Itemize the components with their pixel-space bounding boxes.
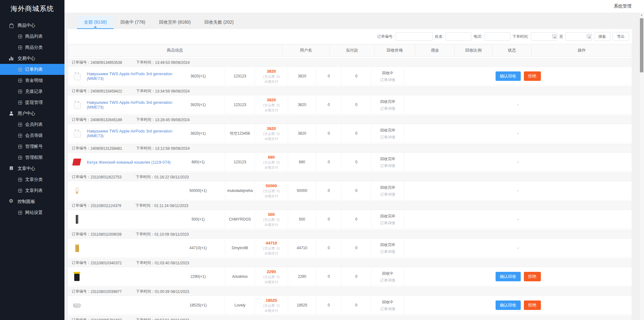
order-no-value: 231108005701687 [91, 318, 122, 320]
reject-button[interactable]: 拒绝 [524, 300, 541, 310]
order-time-prefix: 下单时间： [136, 232, 154, 237]
status-cell: 回收中 订单详情 [371, 296, 404, 315]
product-link[interactable]: Навушники TWS Apple AirPods 3rd generati… [87, 129, 175, 138]
commission-cell: 0 [316, 95, 341, 114]
paid-amount: 680 [268, 154, 275, 160]
sidebar-item-管理帐号[interactable]: 管理帐号 [0, 141, 64, 152]
sidebar-item-文章分类[interactable]: 文章分类 [0, 174, 64, 185]
scrollbar-up-icon[interactable]: ▲ [639, 13, 644, 18]
paid-cell: 50000 (含运费: 0) 余额支付 [255, 181, 288, 200]
order-no-label: 订单编号: [377, 34, 393, 39]
order-detail-link[interactable]: 订单详情 [380, 106, 395, 111]
order-detail-link[interactable]: 订单详情 [380, 164, 395, 168]
order-detail-link[interactable]: 订单详情 [380, 135, 395, 139]
tab-回收完毕 (8160)[interactable]: 回收完毕 (8160) [152, 16, 197, 29]
sidebar-section-控制面板[interactable]: 控制面板 [0, 196, 64, 207]
table-header-cell: 状态 [492, 44, 532, 56]
order-strip: 订单编号：240809131258481 下单时间：13:12:58 09/08… [68, 144, 632, 153]
sidebar-item-资金明细[interactable]: 资金明细 [0, 75, 64, 86]
order-detail-link[interactable]: 订单详情 [380, 307, 395, 311]
sidebar-section-label: 文章中心 [18, 166, 35, 171]
sidebar-menu: 商品中心 商品列表 商品分类 交易中心 订单列表 资金明细 充值记录 提现管理 … [0, 14, 64, 218]
action-cell: - [404, 153, 632, 171]
order-detail-link[interactable]: 订单详情 [380, 278, 395, 283]
order-detail-link[interactable]: 订单详情 [380, 78, 395, 82]
sidebar-item-label: 商品分类 [25, 45, 43, 50]
order-block: 订单编号：240809132845189 下单时间：13:28:45 09/08… [68, 115, 632, 143]
product-link[interactable]: Навушники TWS Apple AirPods 3rd generati… [87, 71, 175, 81]
order-time-value: 01:00:39 08/11/2023 [155, 289, 189, 294]
table-header-cell: 实付款 [330, 44, 375, 56]
grid-icon [18, 145, 22, 149]
sidebar-item-提现管理[interactable]: 提现管理 [0, 97, 64, 108]
no-action-dash: - [518, 188, 519, 193]
order-row: 50000(×1) mukoladejneha 50000 (含运费: 0) 余… [68, 181, 632, 200]
topbar: 系统管理 [64, 0, 644, 13]
sidebar-item-商品列表[interactable]: 商品列表 [0, 31, 64, 42]
product-link[interactable]: Навушники TWS Apple AirPods 3rd generati… [87, 100, 175, 109]
order-detail-link[interactable]: 订单详情 [380, 250, 395, 254]
action-cell: 确认回收拒绝 [404, 267, 632, 286]
order-detail-link[interactable]: 订单详情 [380, 221, 395, 225]
order-row: 2290(×1) Artuikhov 2290 (含运费: 0) 余额支付 22… [68, 267, 632, 286]
sidebar-section-用户中心[interactable]: 用户中心 [0, 108, 64, 119]
product-image [72, 128, 82, 139]
scrollbar-thumb[interactable] [640, 18, 643, 72]
sidebar-section-label: 用户中心 [18, 111, 35, 116]
sidebar-item-会员等级[interactable]: 会员等级 [0, 130, 64, 141]
order-no-value: 231108011622753 [91, 175, 121, 179]
status-text: 回收完毕 [380, 242, 395, 247]
product-cell: Навушники TWS Apple AirPods 3rd generati… [68, 124, 225, 143]
action-cell: 确认回收拒绝 [404, 67, 632, 86]
order-strip: 订单编号：231108011622753 下单时间：01:16:22 08/11… [68, 173, 632, 181]
system-admin-menu[interactable]: 系统管理 [614, 3, 631, 9]
tab-回收失败 (202)[interactable]: 回收失败 (202) [197, 16, 241, 29]
ratio-cell: 0 [341, 67, 371, 86]
export-button[interactable]: 导出 [613, 32, 629, 41]
order-no-prefix: 订单编号： [72, 60, 91, 65]
grid-icon [18, 35, 22, 38]
order-no-prefix: 订单编号： [72, 146, 91, 151]
confirm-recycle-button[interactable]: 确认回收 [496, 272, 521, 281]
freight-note: (含运费: 0) [263, 160, 280, 165]
sidebar-section-交易中心[interactable]: 交易中心 [0, 53, 64, 64]
sidebar-item-商品分类[interactable]: 商品分类 [0, 42, 64, 53]
sidebar-item-网站设置[interactable]: 网站设置 [0, 207, 64, 218]
filter-bar: 订单编号: 姓名: 电话: 下单时间: 至 搜索 导出 [68, 29, 632, 44]
date-from-wrap [531, 32, 557, 41]
product-link[interactable]: Катуа Женский кожаный кошелек (1119-074) [87, 160, 175, 165]
confirm-recycle-button[interactable]: 确认回收 [496, 300, 521, 310]
order-strip: 订单编号：240809134953538 下单时间：13:49:53 09/08… [68, 58, 632, 67]
sidebar-item-充值记录[interactable]: 充值记录 [0, 86, 64, 97]
calendar-icon[interactable] [587, 34, 591, 38]
tab-全部 (9138)[interactable]: 全部 (9138) [77, 16, 114, 29]
order-no-input[interactable] [396, 32, 433, 41]
calendar-icon[interactable] [552, 34, 556, 38]
search-button[interactable]: 搜索 [594, 32, 610, 41]
sidebar-item-会员列表[interactable]: 会员列表 [0, 119, 64, 130]
reject-button[interactable]: 拒绝 [524, 71, 541, 81]
tab-回收中 (776)[interactable]: 回收中 (776) [114, 16, 152, 29]
product-cell: Навушники TWS Apple AirPods 3rd generati… [68, 95, 225, 114]
name-input[interactable] [446, 32, 471, 41]
orders-card: 订单编号: 姓名: 电话: 下单时间: 至 搜索 导出 商品信息 用户名 [68, 29, 632, 320]
reject-button[interactable]: 拒绝 [524, 272, 541, 281]
order-detail-link[interactable]: 订单详情 [380, 192, 395, 197]
order-time-value: 01:03:40 08/11/2023 [155, 261, 189, 265]
sidebar-section-商品中心[interactable]: 商品中心 [0, 20, 64, 31]
phone-input[interactable] [485, 32, 510, 41]
sidebar-item-文章列表[interactable]: 文章列表 [0, 185, 64, 196]
sidebar-item-label: 网站设置 [25, 210, 43, 216]
status-text: 回收完毕 [380, 128, 395, 133]
sidebar-section-文章中心[interactable]: 文章中心 [0, 163, 64, 174]
sidebar-section-label: 商品中心 [18, 23, 35, 28]
grid-icon [18, 178, 22, 182]
sidebar-item-label: 订单列表 [25, 67, 43, 72]
recycle-price-cell: 680 [288, 153, 316, 171]
order-row: 18525(×1) Lovely 18525 (含运费: 0) 余额支付 185… [68, 296, 632, 315]
status-text: 回收完毕 [380, 214, 395, 219]
confirm-recycle-button[interactable]: 确认回收 [496, 71, 521, 81]
vertical-scrollbar[interactable]: ▲ [639, 13, 644, 320]
sidebar-item-管理权限[interactable]: 管理权限 [0, 152, 64, 163]
sidebar-item-订单列表[interactable]: 订单列表 [0, 64, 64, 75]
